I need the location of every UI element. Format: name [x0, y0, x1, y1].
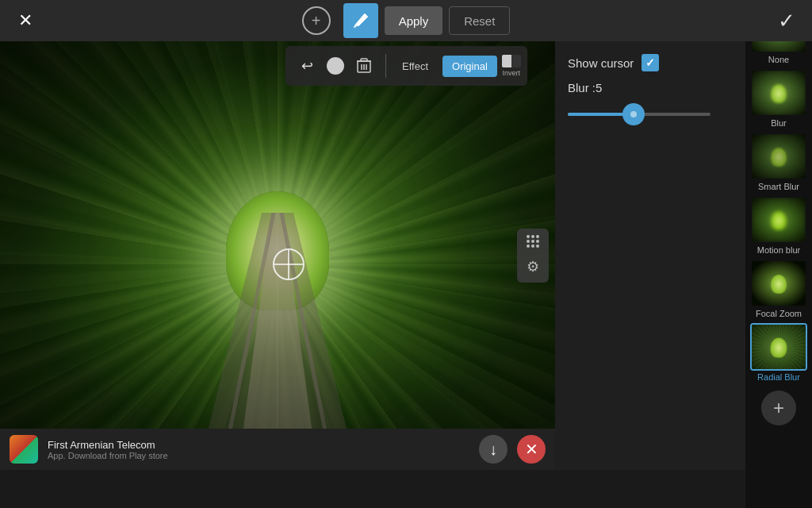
thumb-opening — [770, 337, 787, 358]
trash-icon — [357, 58, 371, 74]
thumb-opening — [771, 148, 787, 167]
app-avatar — [10, 435, 38, 464]
effect-button[interactable]: Effect — [393, 56, 438, 77]
effect-thumb-img-smart — [752, 134, 806, 179]
check-icon: ✓ — [778, 9, 795, 33]
sub-toolbar: ↩ Effect Original Invert — [285, 46, 527, 86]
effect-thumb-img-blur — [752, 71, 806, 115]
toolbar-left: ✕ — [8, 3, 43, 38]
effects-list: None Blur Smart Blur Motion blur — [745, 0, 812, 508]
effect-thumb-img-focal — [752, 261, 806, 306]
dismiss-icon: ✕ — [525, 440, 538, 459]
effect-thumbnail-smart-blur — [750, 133, 807, 180]
tunnel-image[interactable]: ⚙ — [0, 41, 555, 470]
dismiss-button[interactable]: ✕ — [517, 435, 546, 464]
effect-thumbnail-blur — [750, 69, 807, 117]
dot — [527, 244, 530, 248]
effect-label-none: None — [768, 55, 789, 64]
thumb-opening — [771, 84, 787, 103]
show-cursor-checkbox[interactable] — [642, 54, 659, 71]
invert-icon — [502, 55, 521, 67]
effect-item-smart-blur[interactable]: Smart Blur — [749, 133, 809, 191]
effect-label-motion-blur: Motion blur — [757, 245, 800, 255]
svg-rect-7 — [361, 59, 367, 61]
download-button[interactable]: ↓ — [479, 435, 508, 464]
blur-slider-track — [568, 113, 710, 116]
gear-button[interactable]: ⚙ — [520, 254, 546, 279]
app-description: App. Download from Play store — [48, 451, 469, 460]
app-name: First Armenian Telecom — [48, 439, 469, 451]
notification-text: First Armenian Telecom App. Download fro… — [48, 439, 469, 460]
target-icon[interactable] — [302, 6, 331, 35]
undo-button[interactable]: ↩ — [292, 51, 322, 81]
thumb-opening — [771, 275, 787, 294]
gear-panel: ⚙ — [517, 229, 549, 283]
show-cursor-label: Show cursor — [568, 56, 634, 70]
effect-thumbnail-motion-blur — [750, 196, 807, 244]
effect-thumbnail-radial-blur — [750, 323, 807, 371]
dot — [536, 240, 539, 243]
reset-button[interactable]: Reset — [449, 6, 510, 35]
effect-item-radial-blur[interactable]: Radial Blur — [749, 323, 809, 382]
thumb-opening — [771, 211, 787, 230]
effect-item-blur[interactable]: Blur — [749, 69, 809, 128]
blur-slider-container — [568, 102, 733, 126]
controls-section: Show cursor Blur :5 — [555, 41, 745, 470]
effect-label-focal-zoom: Focal Zoom — [756, 309, 802, 318]
crosshair-cursor — [273, 248, 304, 280]
blur-slider-thumb[interactable] — [622, 103, 645, 125]
divider — [385, 54, 386, 78]
effect-item-motion-blur[interactable]: Motion blur — [749, 196, 809, 255]
notification-bar: First Armenian Telecom App. Download fro… — [0, 429, 555, 470]
download-icon: ↓ — [489, 441, 497, 459]
pen-icon — [352, 12, 370, 29]
dot — [527, 235, 530, 238]
blur-label: Blur :5 — [568, 81, 733, 94]
effect-thumb-img-motion — [752, 198, 806, 242]
effect-thumb-img-radial — [750, 323, 807, 371]
effect-thumbnail-focal-zoom — [750, 260, 807, 307]
dot — [536, 235, 539, 238]
toolbar-right: ✓ — [769, 3, 804, 38]
effect-label-blur: Blur — [771, 118, 787, 128]
top-toolbar: ✕ Apply Reset ✓ — [0, 0, 812, 41]
add-effect-button[interactable]: + — [761, 391, 796, 425]
grid-dots-icon — [523, 232, 542, 251]
invert-label: Invert — [503, 69, 521, 77]
close-button[interactable]: ✕ — [8, 3, 43, 38]
toolbar-center: Apply Reset — [302, 3, 511, 38]
pen-tool-button[interactable] — [343, 3, 378, 38]
brush-size-indicator[interactable] — [327, 57, 344, 75]
dot — [531, 235, 534, 238]
main-image-area: ⚙ First Armenian Telecom App. Download f… — [0, 41, 555, 470]
invert-button[interactable]: Invert — [502, 55, 521, 77]
effect-label-smart-blur: Smart Blur — [758, 182, 799, 191]
dot — [527, 240, 530, 243]
confirm-button[interactable]: ✓ — [769, 3, 804, 38]
close-icon: ✕ — [18, 10, 33, 31]
original-button[interactable]: Original — [442, 56, 497, 77]
effect-item-focal-zoom[interactable]: Focal Zoom — [749, 260, 809, 318]
apply-button[interactable]: Apply — [385, 6, 443, 35]
dot — [531, 240, 534, 243]
trash-button[interactable] — [349, 51, 379, 81]
effect-label-radial-blur: Radial Blur — [757, 372, 800, 382]
dot — [531, 244, 534, 248]
dot — [536, 244, 539, 248]
show-cursor-row: Show cursor — [568, 54, 733, 71]
